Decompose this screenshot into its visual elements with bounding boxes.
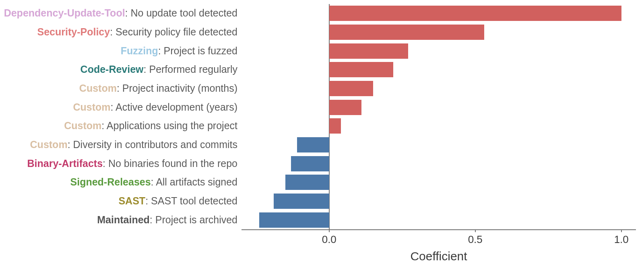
bar-row	[242, 61, 636, 78]
category-separator: :	[117, 82, 122, 94]
bar	[329, 100, 361, 115]
bar	[329, 81, 373, 96]
coefficient-bar-chart: Dependency-Update-Tool: No update tool d…	[0, 0, 644, 276]
category-description: Security policy file detected	[116, 26, 237, 37]
bar-row	[242, 174, 636, 191]
y-tick-label: Custom: Project inactivity (months)	[0, 83, 237, 94]
category-prefix: Custom	[73, 101, 111, 113]
category-prefix: Custom	[64, 120, 101, 131]
category-description: Project inactivity (months)	[122, 82, 237, 94]
x-tick-label: 0.5	[468, 233, 483, 246]
bar	[274, 194, 329, 209]
y-tick-label: Custom: Active development (years)	[0, 102, 237, 113]
category-description: Performed regularly	[149, 64, 237, 75]
y-tick-label: Code-Review: Performed regularly	[0, 64, 237, 75]
category-prefix: Code-Review	[80, 64, 144, 75]
bar-row	[242, 136, 636, 153]
category-description: All artifacts signed	[156, 176, 237, 187]
category-prefix: Maintained	[97, 214, 150, 225]
bar	[329, 6, 621, 21]
x-tick	[475, 229, 476, 232]
category-separator: :	[150, 214, 155, 225]
y-tick-label: Maintained: Project is archived	[0, 214, 237, 226]
category-separator: :	[158, 45, 164, 56]
bar	[329, 43, 408, 59]
y-tick-label: Custom: Diversity in contributors and co…	[0, 139, 237, 150]
y-tick-label: Dependency-Update-Tool: No update tool d…	[0, 8, 237, 19]
category-separator: :	[111, 101, 116, 113]
bar-row	[242, 212, 636, 229]
y-axis-labels: Dependency-Update-Tool: No update tool d…	[0, 4, 237, 229]
category-separator: :	[110, 26, 116, 37]
x-tick	[621, 229, 622, 232]
category-prefix: Custom	[79, 82, 117, 94]
category-prefix: Custom	[30, 139, 68, 150]
x-tick-label: 1.0	[614, 233, 629, 246]
y-tick-label: Binary-Artifacts: No binaries found in t…	[0, 158, 237, 169]
category-prefix: Binary-Artifacts	[27, 158, 103, 169]
y-tick-label: SAST: SAST tool detected	[0, 196, 237, 207]
bar-row	[242, 193, 636, 210]
category-prefix: Fuzzing	[121, 45, 158, 56]
bar	[329, 62, 394, 77]
bar	[329, 118, 341, 134]
bar-row	[242, 24, 636, 41]
category-description: Applications using the project	[107, 120, 237, 131]
category-description: SAST tool detected	[151, 195, 237, 206]
category-separator: :	[145, 195, 151, 206]
bar-row	[242, 80, 636, 97]
category-separator: :	[103, 158, 108, 169]
x-tick	[329, 229, 330, 232]
category-prefix: Security-Policy	[37, 26, 110, 37]
x-tick-label: 0.0	[322, 233, 336, 246]
bar	[297, 137, 329, 152]
category-description: Diversity in contributors and commits	[73, 139, 237, 150]
y-tick-label: Fuzzing: Project is fuzzed	[0, 45, 237, 57]
bar-row	[242, 155, 636, 172]
bar	[285, 175, 329, 190]
bar	[329, 25, 484, 40]
category-separator: :	[101, 120, 107, 131]
x-axis-title: Coefficient	[242, 249, 636, 263]
category-separator: :	[151, 176, 156, 187]
category-prefix: Dependency-Update-Tool	[4, 7, 125, 19]
category-description: No binaries found in the repo	[108, 158, 237, 169]
bar	[259, 212, 329, 228]
category-prefix: SAST	[118, 195, 145, 206]
category-description: Project is fuzzed	[164, 45, 237, 56]
category-description: Project is archived	[155, 214, 237, 225]
bar-row	[242, 5, 636, 22]
plot-area	[242, 4, 636, 229]
category-description: No update tool detected	[131, 7, 237, 19]
bar-row	[242, 117, 636, 134]
x-axis-baseline	[242, 229, 636, 230]
y-tick-label: Security-Policy: Security policy file de…	[0, 27, 237, 38]
x-axis: 0.00.51.0	[242, 229, 636, 249]
category-separator: :	[68, 139, 73, 150]
category-separator: :	[144, 64, 149, 75]
y-tick-label: Custom: Applications using the project	[0, 120, 237, 132]
bar-row	[242, 99, 636, 116]
category-separator: :	[125, 7, 131, 19]
category-prefix: Signed-Releases	[70, 176, 151, 187]
category-description: Active development (years)	[116, 101, 237, 113]
y-tick-label: Signed-Releases: All artifacts signed	[0, 177, 237, 188]
bar-row	[242, 43, 636, 60]
bar	[291, 156, 329, 171]
